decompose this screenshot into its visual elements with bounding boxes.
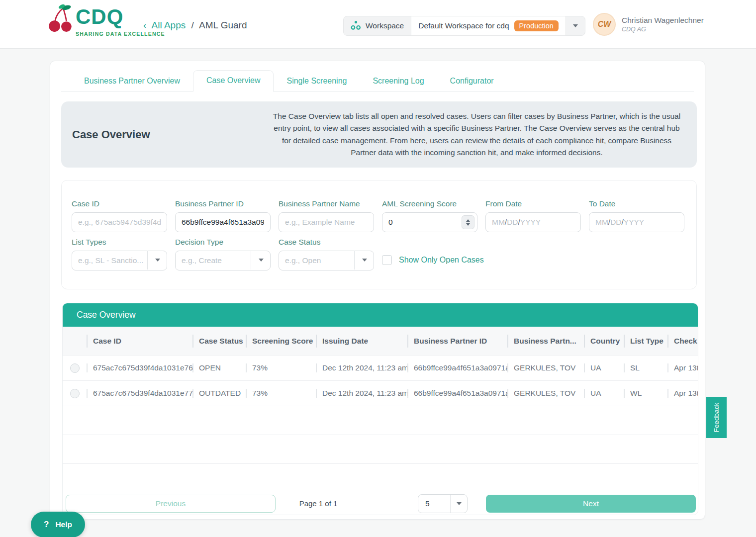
- table-row[interactable]: 675ac7c675d39f4da1031e76 OPEN 73% Dec 12…: [63, 356, 698, 381]
- filter-panel: Case ID Business Partner ID Business Par…: [61, 180, 697, 289]
- table-row[interactable]: 675ac7c675d39f4da1031e77 OUTDATED 73% De…: [63, 381, 698, 406]
- status-badge: OUTDATED: [192, 389, 246, 398]
- back-chevron-icon[interactable]: ‹: [143, 20, 146, 30]
- col-case-id[interactable]: Case ID: [87, 335, 192, 348]
- workspace-dropdown-button[interactable]: [566, 16, 585, 35]
- main-card: Business Partner Overview Case Overview …: [50, 61, 705, 520]
- user-org: CDQ AG: [622, 26, 704, 33]
- table-title: Case Overview: [63, 303, 698, 327]
- list-types-select[interactable]: e.g., SL - Sanctio...: [72, 251, 167, 270]
- cherry-logo-icon: [48, 4, 74, 35]
- question-mark-icon: ?: [44, 520, 49, 530]
- page-info: Page 1 of 1: [269, 499, 368, 508]
- select-caret[interactable]: [354, 251, 374, 269]
- case-id-label: Case ID: [72, 199, 167, 208]
- brand-tagline: SHARING DATA EXCELLENCE: [76, 31, 165, 37]
- decision-type-select[interactable]: e.g., Create: [175, 251, 271, 270]
- chevron-down-icon: [362, 259, 367, 262]
- select-caret[interactable]: [251, 251, 271, 269]
- col-issuing-date[interactable]: Issuing Date: [316, 335, 407, 348]
- stepper-down-icon[interactable]: [466, 223, 470, 226]
- top-bar: CDQ SHARING DATA EXCELLENCE ‹ All Apps /…: [0, 0, 756, 49]
- empty-row: [63, 406, 698, 435]
- empty-row: [63, 464, 698, 492]
- help-button[interactable]: ? Help: [31, 512, 85, 537]
- show-only-open-cases-checkbox[interactable]: [382, 255, 392, 265]
- table-header-row: Case ID Case Status Screening Score Issu…: [63, 327, 698, 356]
- help-label: Help: [55, 520, 72, 529]
- workspace-cluster-icon: [351, 20, 361, 32]
- workspace-value: Default Workspace for cdq: [418, 21, 509, 30]
- tab-bar: Business Partner Overview Case Overview …: [61, 70, 694, 92]
- case-status-label: Case Status: [279, 238, 374, 247]
- business-partner-name-label: Business Partner Name: [279, 199, 374, 208]
- stepper-up-icon[interactable]: [466, 219, 470, 222]
- workspace-label: Workspace: [366, 21, 404, 30]
- decision-type-label: Decision Type: [175, 238, 271, 247]
- business-partner-id-label: Business Partner ID: [175, 199, 271, 208]
- case-table-card: Case Overview Case ID Case Status Screen…: [62, 303, 698, 515]
- page-size-select[interactable]: 5: [418, 494, 468, 513]
- environment-badge: Production: [514, 20, 559, 31]
- avatar[interactable]: CW: [593, 13, 616, 36]
- chevron-down-icon: [457, 502, 462, 505]
- to-date-label: To Date: [589, 199, 684, 208]
- feedback-tab[interactable]: Feedback: [706, 397, 727, 438]
- col-business-partner-id[interactable]: Business Partner ID: [407, 335, 507, 348]
- intro-description: The Case Overview tab lists all open and…: [270, 110, 684, 159]
- col-screening-score[interactable]: Screening Score: [246, 335, 316, 348]
- case-status-select[interactable]: e.g., Open: [279, 251, 374, 270]
- pagination-bar: Previous Page 1 of 1 5 Next: [63, 492, 698, 515]
- show-only-open-cases-label: Show Only Open Cases: [399, 256, 484, 265]
- col-list-type[interactable]: List Type: [624, 335, 667, 348]
- case-id-input[interactable]: [72, 212, 167, 232]
- col-business-partner-name[interactable]: Business Partn...: [507, 335, 584, 348]
- empty-row: [63, 435, 698, 464]
- breadcrumb-separator: /: [191, 20, 194, 30]
- breadcrumb-all-apps-link[interactable]: All Apps: [152, 20, 186, 30]
- col-case-status[interactable]: Case Status: [192, 335, 246, 348]
- col-country[interactable]: Country: [584, 335, 624, 348]
- tab-configurator[interactable]: Configurator: [437, 71, 507, 91]
- user-name: Christian Wagenlechner: [622, 16, 704, 25]
- row-select-radio[interactable]: [70, 389, 80, 398]
- previous-page-button[interactable]: Previous: [66, 495, 276, 513]
- business-partner-id-input[interactable]: [175, 212, 271, 232]
- from-date-label: From Date: [485, 199, 581, 208]
- intro-panel: Case Overview The Case Overview tab list…: [61, 101, 697, 168]
- breadcrumb-current-app: AML Guard: [199, 20, 247, 30]
- status-badge: OPEN: [192, 363, 246, 372]
- select-caret[interactable]: [147, 251, 167, 269]
- aml-screening-score-label: AML Screening Score: [382, 199, 477, 208]
- next-page-button[interactable]: Next: [486, 495, 696, 513]
- breadcrumb: ‹ All Apps / AML Guard: [143, 20, 247, 31]
- business-partner-name-input[interactable]: [279, 212, 374, 232]
- feedback-label: Feedback: [713, 403, 720, 432]
- user-menu[interactable]: CW Christian Wagenlechner CDQ AG: [593, 13, 704, 36]
- tab-case-overview[interactable]: Case Overview: [193, 70, 274, 92]
- number-stepper[interactable]: [462, 215, 474, 229]
- tab-single-screening[interactable]: Single Screening: [274, 71, 360, 91]
- list-types-label: List Types: [72, 238, 167, 247]
- tab-business-partner-overview[interactable]: Business Partner Overview: [71, 71, 193, 91]
- from-date-input[interactable]: MM/DD/YYYY: [485, 212, 581, 232]
- chevron-down-icon: [573, 24, 578, 27]
- chevron-down-icon: [155, 259, 160, 262]
- tab-screening-log[interactable]: Screening Log: [360, 71, 437, 91]
- col-check-date[interactable]: Check D: [667, 335, 698, 348]
- brand-name: CDQ: [76, 5, 123, 28]
- to-date-input[interactable]: MM/DD/YYYY: [589, 212, 684, 232]
- row-select-radio[interactable]: [70, 363, 80, 373]
- workspace-selector[interactable]: Workspace Default Workspace for cdq Prod…: [343, 16, 585, 36]
- page-title: Case Overview: [72, 128, 150, 141]
- select-caret[interactable]: [450, 495, 467, 513]
- chevron-down-icon: [259, 259, 264, 262]
